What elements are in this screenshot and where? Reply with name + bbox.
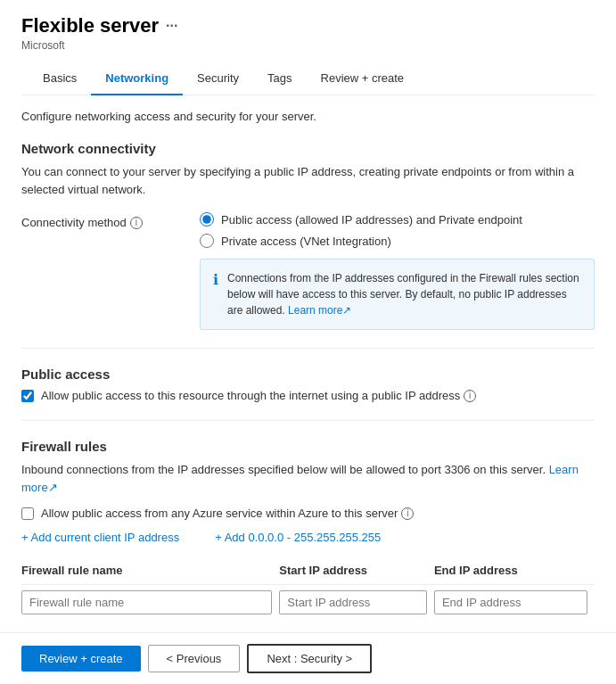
add-client-ip-link[interactable]: + Add current client IP address <box>21 531 179 544</box>
col-header-end: End IP address <box>434 558 595 585</box>
more-options-icon[interactable]: ··· <box>166 18 177 34</box>
page-title: Flexible server ··· <box>21 14 595 37</box>
next-button[interactable]: Next : Security > <box>247 644 372 673</box>
divider-1 <box>21 348 595 349</box>
tab-basics[interactable]: Basics <box>43 62 91 95</box>
radio-private-access[interactable]: Private access (VNet Integration) <box>200 234 522 248</box>
tab-security[interactable]: Security <box>183 62 253 95</box>
connectivity-method-row: Connectivity method i Public access (all… <box>21 212 595 248</box>
public-access-info-icon[interactable]: i <box>464 390 476 402</box>
add-links-row: + Add current client IP address + Add 0.… <box>21 531 595 544</box>
radio-public-access[interactable]: Public access (allowed IP addresses) and… <box>200 212 522 227</box>
tab-bar: Basics Networking Security Tags Review +… <box>21 62 595 95</box>
public-access-title: Public access <box>21 367 595 382</box>
review-create-button[interactable]: Review + create <box>21 646 141 672</box>
public-access-checkbox-row: Allow public access to this resource thr… <box>21 389 595 402</box>
azure-service-info-icon[interactable]: i <box>401 507 414 520</box>
public-access-section: Public access Allow public access to thi… <box>21 367 595 402</box>
page-subtitle: Microsoft <box>21 39 595 52</box>
col-header-start: Start IP address <box>279 558 434 585</box>
public-access-checkbox[interactable] <box>21 390 34 402</box>
info-box-icon: ℹ <box>213 271 218 288</box>
azure-service-label: Allow public access from any Azure servi… <box>41 507 414 520</box>
azure-service-checkbox[interactable] <box>21 507 34 520</box>
radio-public-label: Public access (allowed IP addresses) and… <box>221 213 522 227</box>
col-header-name: Firewall rule name <box>21 558 279 585</box>
page-description: Configure networking access and security… <box>21 110 595 123</box>
start-ip-input[interactable] <box>279 590 427 614</box>
public-access-label: Allow public access to this resource thr… <box>41 389 476 402</box>
footer-bar: Review + create < Previous Next : Securi… <box>0 632 616 684</box>
connectivity-info-icon[interactable]: i <box>130 217 143 229</box>
network-connectivity-title: Network connectivity <box>21 141 595 156</box>
firewall-rules-desc: Inbound connections from the IP addresse… <box>21 461 595 496</box>
firewall-table: Firewall rule name Start IP address End … <box>21 558 595 620</box>
tab-networking[interactable]: Networking <box>91 62 183 95</box>
learn-more-link-1[interactable]: Learn more↗ <box>288 304 351 317</box>
network-connectivity-info: You can connect to your server by specif… <box>21 163 595 198</box>
azure-service-checkbox-row: Allow public access from any Azure servi… <box>21 507 595 520</box>
radio-private-label: Private access (VNet Integration) <box>221 235 391 248</box>
tab-review-create[interactable]: Review + create <box>307 62 419 95</box>
firewall-rules-title: Firewall rules <box>21 439 595 454</box>
divider-2 <box>21 420 595 421</box>
firewall-rule-name-input[interactable] <box>21 590 272 614</box>
connectivity-method-label: Connectivity method i <box>21 212 200 229</box>
connectivity-options: Public access (allowed IP addresses) and… <box>200 212 522 248</box>
info-box: ℹ Connections from the IP addresses conf… <box>200 259 595 330</box>
add-range-link[interactable]: + Add 0.0.0.0 - 255.255.255.255 <box>215 531 381 544</box>
firewall-rules-section: Firewall rules Inbound connections from … <box>21 439 595 620</box>
previous-button[interactable]: < Previous <box>148 645 241 672</box>
table-row <box>21 585 595 621</box>
end-ip-input[interactable] <box>434 590 587 614</box>
tab-tags[interactable]: Tags <box>253 62 306 95</box>
info-box-text: Connections from the IP addresses config… <box>227 270 581 318</box>
